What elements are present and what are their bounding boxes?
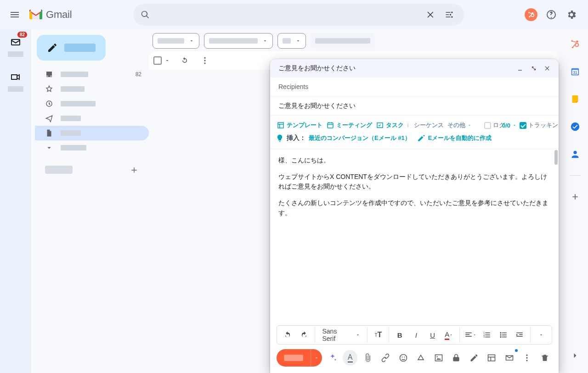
rail-meet[interactable] (7, 69, 24, 85)
add-label-button[interactable]: ＋ (128, 163, 141, 176)
clear-search-button[interactable] (422, 6, 440, 24)
send-row: A (270, 349, 559, 373)
support-button[interactable] (542, 6, 560, 24)
filter-chip-0[interactable] (153, 33, 199, 49)
search-bar[interactable] (133, 4, 464, 26)
more-formatting-button[interactable] (533, 327, 549, 343)
redo-button[interactable] (296, 327, 312, 343)
hs-log-label: ログ (493, 121, 499, 129)
fullscreen-button[interactable] (528, 63, 539, 74)
signature-button[interactable] (466, 350, 481, 366)
sp-contacts[interactable] (566, 145, 584, 163)
more-options-button[interactable] (520, 350, 535, 366)
search-options-button[interactable] (440, 6, 458, 24)
rail-mail[interactable]: 82 (7, 34, 24, 50)
align-button[interactable] (463, 327, 478, 343)
filter-chip-3[interactable] (311, 33, 375, 49)
undo-button[interactable] (280, 327, 295, 343)
close-button[interactable] (542, 63, 553, 74)
sidebar-folder-4[interactable] (35, 126, 149, 140)
sp-keep[interactable] (566, 90, 584, 108)
minimize-button[interactable] (514, 63, 526, 74)
compose-window: ご意見をお聞かせください Recipients テンプレート ミーティング タス… (270, 59, 559, 373)
underline-button[interactable]: U (425, 327, 441, 343)
show-side-panel-button[interactable] (569, 349, 582, 362)
hs-sequence[interactable]: シーケンス (413, 120, 445, 130)
svg-point-19 (571, 122, 579, 131)
inbox-icon (45, 70, 53, 78)
select-all[interactable] (153, 56, 170, 65)
bullet-list-button[interactable] (496, 327, 511, 343)
recipients-field[interactable]: Recipients (270, 78, 559, 96)
hs-template[interactable]: テンプレート (276, 120, 323, 130)
send-options-button[interactable] (311, 349, 322, 367)
compose-title: ご意見をお聞かせください (278, 64, 356, 72)
compose-button[interactable] (37, 35, 106, 61)
font-size-button[interactable]: TT (370, 327, 386, 343)
settings-button[interactable] (562, 6, 581, 24)
app-rail: 82 (0, 29, 31, 373)
scrollbar[interactable] (554, 150, 558, 165)
main-menu-button[interactable] (4, 4, 26, 26)
layout-button[interactable] (484, 350, 499, 366)
indent-button[interactable] (512, 327, 527, 343)
more-button[interactable] (199, 55, 210, 66)
svg-point-0 (451, 11, 452, 13)
discard-button[interactable] (537, 350, 553, 366)
sidebar-folder-5[interactable] (35, 140, 149, 155)
sidebar-folder-2[interactable] (35, 96, 149, 111)
folder-label (61, 72, 88, 77)
sidebar: 82 ＋ (31, 29, 149, 373)
drive-button[interactable] (413, 350, 429, 366)
bold-button[interactable]: B (392, 327, 407, 343)
sp-addons[interactable] (566, 188, 584, 206)
hs-other[interactable]: その他 (447, 120, 473, 130)
emoji-button[interactable] (396, 350, 411, 366)
hubspot-sparkle-button[interactable] (325, 350, 340, 366)
italic-button[interactable]: I (408, 327, 424, 343)
attach-button[interactable] (360, 350, 375, 366)
hs-task[interactable]: タスク (375, 120, 411, 130)
logo[interactable]: Gmail (29, 9, 130, 21)
filter-chips (149, 33, 559, 51)
sidebar-folder-3[interactable] (35, 111, 149, 126)
link-button[interactable] (378, 350, 393, 366)
checkbox-icon (153, 56, 162, 65)
font-picker[interactable]: Sans Serif (318, 328, 365, 342)
folder-label (61, 86, 85, 92)
hs-meeting[interactable]: ミーティング (325, 120, 373, 130)
hs-log-checkbox[interactable] (484, 122, 491, 129)
schedule-send-button[interactable] (502, 350, 517, 366)
hs-insert-value[interactable]: 最近のコンバージョン（Eメール #1） (309, 134, 411, 142)
rail-meet-label (8, 86, 23, 92)
svg-point-35 (404, 356, 405, 357)
svg-point-34 (401, 356, 402, 357)
sidebar-folder-0[interactable]: 82 (35, 67, 149, 82)
hs-counter[interactable]: 0/0 (501, 121, 518, 130)
filter-chip-2[interactable] (277, 33, 306, 49)
sp-hubspot[interactable] (566, 35, 584, 53)
lightbulb-icon (276, 134, 284, 142)
compose-body[interactable]: 様、こんにちは。 ウェブサイトからX CONTENTをダウンロードしていただきあ… (270, 149, 559, 325)
confidential-button[interactable] (449, 350, 464, 366)
hs-tracking-checkbox[interactable] (520, 122, 526, 129)
main-content: 31 ご意見をお聞かせください Recipients テンプ (149, 29, 588, 373)
subject-input[interactable] (278, 102, 550, 110)
text-format-toggle[interactable]: A (343, 350, 358, 366)
numbered-list-button[interactable]: 123 (479, 327, 495, 343)
sidebar-folder-1[interactable] (35, 82, 149, 96)
search-input[interactable] (152, 4, 422, 26)
sp-tasks[interactable] (566, 117, 584, 136)
compose-header[interactable]: ご意見をお聞かせください (270, 59, 559, 78)
hubspot-extension-button[interactable] (522, 6, 540, 24)
filter-chip-1[interactable] (204, 33, 273, 49)
refresh-button[interactable] (179, 55, 190, 66)
hs-auto-write[interactable]: Eメールを自動的に作成 (428, 134, 492, 142)
video-icon (10, 72, 21, 83)
sp-calendar[interactable]: 31 (566, 62, 584, 81)
image-button[interactable] (431, 350, 446, 366)
subject-field[interactable] (270, 96, 559, 116)
text-color-button[interactable]: A (441, 327, 457, 343)
send-button[interactable] (277, 349, 322, 367)
rail-mail-label (8, 51, 23, 57)
